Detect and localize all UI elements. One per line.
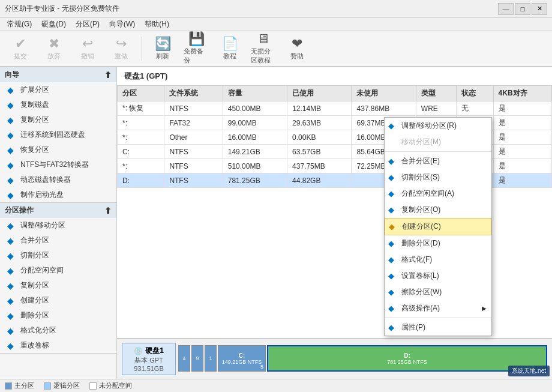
unalloc-dot	[89, 382, 97, 390]
ctx-format-icon: ◆	[388, 255, 394, 264]
wizard-list[interactable]: ◆扩展分区 ◆复制磁盘 ◆复制分区 ◆迁移系统到固态硬盘 ◆恢复分区 ◆NTFS…	[0, 82, 116, 202]
create-icon: ◆	[7, 296, 17, 306]
table-row[interactable]: *: 恢复NTFS450.00MB12.14MB437.86MBWRE无是	[118, 101, 552, 116]
status-bar: 主分区 逻辑分区 未分配空间	[0, 379, 552, 392]
menu-bar: 常规(G) 硬盘(D) 分区(P) 向导(W) 帮助(H)	[0, 18, 552, 31]
menu-general[interactable]: 常规(G)	[2, 18, 37, 31]
pbar-esp[interactable]: 9	[191, 345, 203, 372]
sidebar-item-copy-disk[interactable]: ◆复制磁盘	[0, 97, 116, 112]
disk-bar-area: 💿 硬盘1 基本 GPT 931.51GB 4 9 1 C	[117, 338, 552, 379]
submit-icon: ✔	[15, 37, 26, 50]
toolbar-tutorial2-label: 无损分区教程	[251, 47, 276, 65]
copy-part2-icon: ◆	[7, 281, 17, 291]
ctx-divider-1	[385, 151, 491, 152]
sidebar-item-copy-part2[interactable]: ◆复制分区	[0, 278, 116, 293]
pbar-msr[interactable]: 1	[205, 345, 217, 372]
sidebar-item-expand[interactable]: ◆扩展分区	[0, 82, 116, 97]
sidebar-item-ntfs-fat32[interactable]: ◆NTFS与FAT32转换器	[0, 157, 116, 172]
toolbar-submit-label: 提交	[14, 52, 27, 61]
sidebar-item-restore[interactable]: ◆恢复分区	[0, 142, 116, 157]
menu-partition[interactable]: 分区(P)	[71, 18, 104, 31]
sidebar-item-bootdisk[interactable]: ◆制作启动光盘	[0, 187, 116, 202]
menu-wizard[interactable]: 向导(W)	[104, 18, 140, 31]
menu-disk[interactable]: 硬盘(D)	[37, 18, 71, 31]
sidebar-item-split[interactable]: ◆切割分区	[0, 248, 116, 263]
toolbar-tutorial[interactable]: 📄 教程	[214, 33, 245, 64]
ctx-divider-2	[385, 318, 491, 318]
ctx-create[interactable]: ◆ 创建分区(C)	[385, 218, 491, 235]
toolbar-submit[interactable]: ✔ 提交	[5, 33, 36, 64]
window-controls: — □ ✕	[498, 3, 547, 15]
ctx-split[interactable]: ◆ 切割分区(S)	[385, 169, 491, 185]
restore-icon: ◆	[7, 145, 17, 155]
ctx-set-label[interactable]: ◆ 设置卷标(L)	[385, 268, 491, 284]
pbar-recovery[interactable]: 4	[178, 345, 190, 372]
migrate-icon: ◆	[7, 130, 17, 140]
toolbar-praise[interactable]: ❤ 赞助	[281, 33, 313, 64]
sidebar-item-create[interactable]: ◆创建分区	[0, 293, 116, 308]
window-title: 分区助手专业版 - 无损分区免费软件	[5, 4, 119, 14]
maximize-button[interactable]: □	[515, 3, 530, 15]
ctx-allocate[interactable]: ◆ 分配空闲空间(A)	[385, 185, 491, 202]
status-logical: 逻辑分区	[44, 381, 80, 390]
pbar-c[interactable]: C: 149.21GB NTFS 5	[218, 345, 266, 372]
pbar-d[interactable]: D: 781.25GB NTFS	[267, 345, 547, 372]
wizard-header: 向导 ⬆	[0, 67, 116, 82]
sidebar-item-resize[interactable]: ◆调整/移动分区	[0, 218, 116, 233]
disk-info-size: 931.51GB	[134, 365, 164, 372]
primary-dot	[5, 382, 12, 390]
unalloc-label: 未分配空间	[99, 381, 132, 390]
sidebar-item-copy-partition[interactable]: ◆复制分区	[0, 112, 116, 127]
ctx-delete-icon: ◆	[388, 239, 394, 248]
col-free: 未使用	[352, 86, 416, 101]
ctx-resize[interactable]: ◆ 调整/移动分区(R)	[385, 118, 491, 134]
ctx-copy[interactable]: ◆ 复制分区(O)	[385, 202, 491, 218]
sidebar-item-delete[interactable]: ◆删除分区	[0, 308, 116, 323]
toolbar-refresh[interactable]: 🔄 刷新	[147, 33, 178, 64]
wizard-section: 向导 ⬆ ◆扩展分区 ◆复制磁盘 ◆复制分区 ◆迁移系统到固态硬盘 ◆恢复分区 …	[0, 67, 116, 203]
toolbar-undo-label: 撤销	[81, 52, 94, 61]
menu-help[interactable]: 帮助(H)	[140, 18, 174, 31]
title-bar: 分区助手专业版 - 无损分区免费软件 — □ ✕	[0, 0, 552, 18]
sidebar-item-format[interactable]: ◆格式化分区	[0, 323, 116, 338]
ctx-properties[interactable]: ◆ 属性(P)	[385, 319, 491, 336]
ctx-copy-icon: ◆	[388, 205, 394, 214]
ctx-advanced[interactable]: ◆ 高级操作(A)	[385, 300, 491, 316]
sidebar: 向导 ⬆ ◆扩展分区 ◆复制磁盘 ◆复制分区 ◆迁移系统到固态硬盘 ◆恢复分区 …	[0, 67, 117, 379]
ctx-move: 移动分区(M)	[385, 134, 491, 150]
ctx-properties-icon: ◆	[388, 323, 394, 332]
sidebar-item-dynamic[interactable]: ◆动态磁盘转换器	[0, 172, 116, 187]
sidebar-item-merge[interactable]: ◆合并分区	[0, 233, 116, 248]
ctx-merge[interactable]: ◆ 合并分区(E)	[385, 153, 491, 169]
ctx-allocate-icon: ◆	[388, 189, 394, 198]
partition-bars: 4 9 1 C: 149.21GB NTFS 5 D: 781.25GB NTF	[178, 345, 547, 373]
disk-info-box: 💿 硬盘1 基本 GPT 931.51GB	[122, 343, 176, 375]
ctx-wipe[interactable]: ◆ 擦除分区(W)	[385, 284, 491, 300]
close-button[interactable]: ✕	[532, 3, 547, 15]
ctx-set-label-icon: ◆	[388, 271, 394, 280]
ctx-advanced-icon: ◆	[388, 304, 394, 313]
logical-dot	[44, 382, 51, 390]
toolbar-praise-label: 赞助	[290, 52, 304, 61]
context-menu: ◆ 调整/移动分区(R) 移动分区(M) ◆ 合并分区(E) ◆ 切割分区(S)…	[384, 117, 492, 336]
ctx-delete[interactable]: ◆ 删除分区(D)	[385, 235, 491, 252]
ctx-format[interactable]: ◆ 格式化(F)	[385, 252, 491, 268]
bootdisk-icon: ◆	[7, 190, 17, 200]
sidebar-item-relabel[interactable]: ◆重改卷标	[0, 338, 116, 353]
ctx-wipe-icon: ◆	[388, 288, 394, 297]
toolbar-abandon[interactable]: ✖ 放弃	[38, 33, 70, 64]
sidebar-item-allocate[interactable]: ◆分配空闲空间	[0, 263, 116, 278]
sidebar-item-migrate[interactable]: ◆迁移系统到固态硬盘	[0, 127, 116, 142]
col-partition: 分区	[118, 86, 164, 101]
ops-list[interactable]: ◆调整/移动分区 ◆合并分区 ◆切割分区 ◆分配空闲空间 ◆复制分区 ◆创建分区…	[0, 218, 116, 353]
minimize-button[interactable]: —	[498, 3, 514, 15]
undo-icon: ↩	[82, 37, 93, 50]
refresh-icon: 🔄	[155, 37, 171, 50]
toolbar-redo[interactable]: ↪ 重做	[106, 33, 137, 64]
tutorial-icon: 📄	[222, 37, 238, 50]
toolbar-backup-label: 免费备份	[184, 47, 209, 65]
toolbar-tutorial-label: 教程	[223, 52, 236, 61]
toolbar-undo[interactable]: ↩ 撤销	[72, 33, 103, 64]
toolbar-tutorial2[interactable]: 🖥 无损分区教程	[248, 33, 279, 64]
toolbar-backup[interactable]: 💾 免费备份	[181, 33, 212, 64]
